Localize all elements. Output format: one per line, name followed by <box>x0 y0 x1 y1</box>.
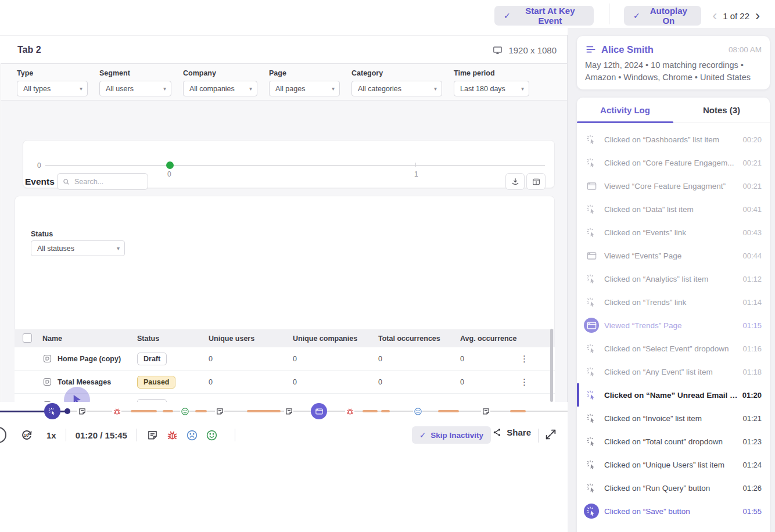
report-bug-button[interactable] <box>166 429 178 441</box>
activity-log-item[interactable]: Clicked on “Trends” link 01:14 <box>577 290 770 314</box>
tab-activity-log[interactable]: Activity Log <box>577 98 673 123</box>
activity-time: 00:44 <box>742 251 762 260</box>
sidebar-tabs: Activity Log Notes (3) <box>577 98 770 123</box>
activity-log-item[interactable]: Clicked on “Core Feature Engagem... 00:2… <box>577 151 770 174</box>
timeline-bug-marker[interactable] <box>345 407 354 416</box>
share-button[interactable]: Share <box>492 427 531 437</box>
play-pause-button[interactable] <box>0 427 6 443</box>
events-table: NameStatusUnique usersUnique companiesTo… <box>15 196 555 405</box>
search-input[interactable] <box>74 178 143 186</box>
activity-time: 01:23 <box>742 437 762 446</box>
activity-log-item[interactable]: Clicked on “Data” list item 00:41 <box>577 197 770 221</box>
activity-log-item[interactable]: Viewed “Events” Page 00:44 <box>577 244 770 267</box>
activity-text: Clicked on “Select Event” dropdown <box>604 344 740 353</box>
forward-10s-button[interactable]: 10 <box>20 428 34 442</box>
chart-baseline <box>45 165 545 166</box>
positive-reaction-button[interactable] <box>206 429 218 441</box>
autoplay-button[interactable]: ✓ Autoplay On <box>624 6 701 26</box>
select-all-checkbox[interactable] <box>23 333 32 343</box>
total-occurrences-cell: 0 <box>378 347 382 370</box>
fullscreen-button[interactable] <box>544 428 557 441</box>
filter-dropdown[interactable]: All pages ▾ <box>269 81 340 96</box>
filter-dropdown[interactable]: All categories ▾ <box>351 81 442 96</box>
next-recording-button[interactable]: › <box>755 7 760 24</box>
chart-data-point[interactable] <box>166 161 174 169</box>
resolution-indicator: 1920 x 1080 <box>492 45 557 56</box>
table-scrollbar[interactable] <box>550 329 553 402</box>
timeline-event-dot[interactable] <box>64 408 70 414</box>
activity-log-item[interactable]: Clicked on “Invoice” list item 01:21 <box>577 407 770 430</box>
kebab-menu-icon[interactable]: ⋮ <box>520 347 529 370</box>
chevron-down-icon: ▾ <box>163 85 166 92</box>
filter-label: Type <box>17 69 88 77</box>
skip-inactivity-label: Skip Inactivity <box>430 431 483 440</box>
activity-log-item[interactable]: Clicked on “Select Event” dropdown 01:16 <box>577 337 770 360</box>
monitor-icon <box>492 45 503 56</box>
filter-dropdown[interactable]: All users ▾ <box>99 81 171 96</box>
filter-dropdown[interactable]: All companies ▾ <box>183 81 257 96</box>
status-badge: Draft <box>137 353 167 365</box>
activity-log-item[interactable]: Clicked on “Run Query” button 01:26 <box>577 476 770 499</box>
kebab-menu-icon[interactable]: ⋮ <box>520 371 529 393</box>
filter-dropdown[interactable]: All types ▾ <box>17 81 88 96</box>
events-search[interactable] <box>57 173 148 190</box>
timeline-smile-marker[interactable] <box>180 407 189 416</box>
timeline-frown-marker[interactable] <box>413 407 422 416</box>
activity-log-item[interactable]: Clicked on “Total count” dropdown 01:23 <box>577 430 770 453</box>
activity-log-item[interactable]: Viewed “Trends” Page 01:15 <box>577 314 770 337</box>
tab-notes[interactable]: Notes (3) <box>673 98 770 123</box>
activity-log-item[interactable]: Clicked on “Unique Users” list item 01:2… <box>577 453 770 476</box>
activity-time: 01:12 <box>742 275 762 283</box>
session-user-card[interactable]: Alice Smith 08:00 AM May 12th, 2024 • 10… <box>577 36 770 89</box>
timeline-bug-marker[interactable] <box>112 407 121 416</box>
activity-text: Clicked on “Unique Users” list item <box>604 461 740 469</box>
unique-users-cell: 0 <box>209 347 213 370</box>
activity-log-item[interactable]: Clicked on “Save” button 01:55 <box>577 499 770 523</box>
activity-text: Clicked on “Events” link <box>604 228 740 237</box>
table-row[interactable]: Home Page (copy) Draft 0 0 0 0 ⋮ <box>15 347 555 371</box>
timeline[interactable] <box>0 402 568 420</box>
column-header[interactable]: Unique users <box>209 329 254 347</box>
start-at-key-event-button[interactable]: ✓ Start At Key Event <box>494 6 594 26</box>
column-header[interactable]: Status <box>137 329 159 347</box>
filter-dropdown[interactable]: Last 180 days ▾ <box>454 81 529 96</box>
playback-speed-button[interactable]: 1x <box>46 430 56 440</box>
activity-log-card: Activity Log Notes (3) Clicked on “Dashb… <box>577 98 770 532</box>
prev-recording-button[interactable]: ‹ <box>712 7 717 24</box>
timeline-note-marker[interactable] <box>215 407 224 416</box>
column-header[interactable]: Name <box>42 329 62 347</box>
column-header[interactable]: Avg. occurrence <box>460 329 517 347</box>
timeline-playhead-click-marker[interactable] <box>44 403 60 419</box>
activity-text: Clicked on “Name” Unread Email C... <box>604 391 740 400</box>
check-icon: ✓ <box>633 11 640 20</box>
activity-text: Viewed “Trends” Page <box>604 321 740 330</box>
check-icon: ✓ <box>504 11 511 20</box>
activity-log-item[interactable]: Clicked on “Dashboards” list item 00:20 <box>577 128 770 151</box>
filter-value: All types <box>23 85 51 93</box>
activity-log-item[interactable]: Clicked on “Events” link 00:43 <box>577 221 770 244</box>
table-row[interactable]: Total Meesages Paused 0 0 0 0 ⋮ <box>15 371 555 394</box>
activity-text: Clicked on “Run Query” button <box>604 484 740 493</box>
activity-log-item[interactable]: Clicked on “Analytics” list item 01:12 <box>577 267 770 290</box>
activity-log-item[interactable]: Clicked on “Name” Unread Email C... 01:2… <box>577 383 770 407</box>
negative-reaction-button[interactable] <box>186 429 198 441</box>
timeline-note-marker[interactable] <box>284 407 293 416</box>
timeline-note-marker[interactable] <box>77 407 87 416</box>
activity-log-item[interactable]: Viewed “Core Feature Engagment” 00:21 <box>577 174 770 197</box>
skip-inactivity-toggle[interactable]: ✓ Skip Inactivity <box>412 426 491 444</box>
activity-log-item[interactable]: Clicked on “Any Event” list item 01:18 <box>577 360 770 383</box>
activity-text: Clicked on “Trends” link <box>604 298 740 307</box>
activity-text: Clicked on “Data” list item <box>604 205 740 214</box>
add-note-button[interactable] <box>146 429 159 441</box>
column-header[interactable]: Total occurrences <box>378 329 440 347</box>
click-icon <box>584 271 599 286</box>
timeline-note-marker[interactable] <box>481 407 490 416</box>
column-header[interactable]: Unique companies <box>293 329 357 347</box>
timeline-pageview-marker[interactable] <box>311 403 327 419</box>
status-cell: Paused <box>137 371 175 393</box>
filter-label: Time period <box>454 69 529 77</box>
activity-text: Clicked on “Dashboards” list item <box>604 135 740 144</box>
user-name[interactable]: Alice Smith <box>601 44 654 55</box>
columns-button[interactable] <box>526 173 546 190</box>
download-button[interactable] <box>505 173 525 190</box>
